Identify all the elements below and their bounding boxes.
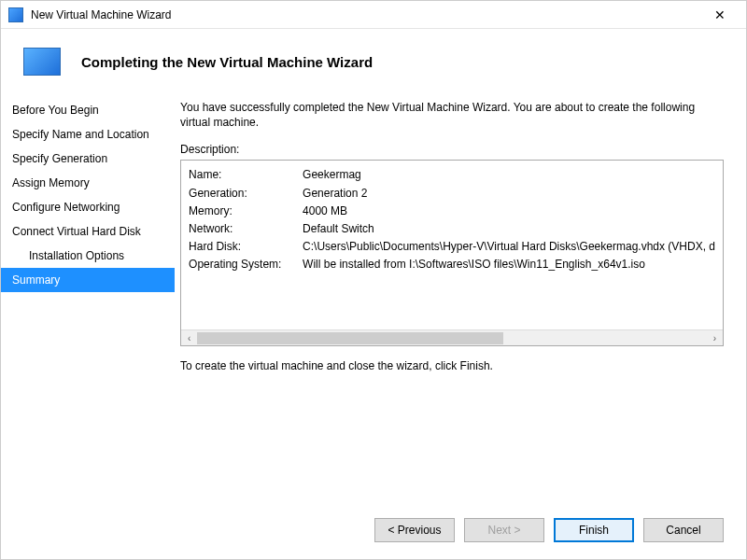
sidebar-item-installation-options[interactable]: Installation Options	[1, 244, 175, 268]
description-key: Network:	[189, 220, 303, 238]
sidebar-item-connect-virtual-hard-disk[interactable]: Connect Virtual Hard Disk	[1, 219, 175, 244]
description-key: Generation:	[189, 185, 303, 203]
description-value: 4000 MB	[303, 203, 715, 220]
titlebar: New Virtual Machine Wizard ✕	[1, 1, 746, 29]
wizard-window: New Virtual Machine Wizard ✕ Completing …	[1, 1, 746, 559]
description-value: Generation 2	[303, 185, 715, 203]
wizard-body: Before You BeginSpecify Name and Locatio…	[1, 92, 746, 494]
scroll-thumb[interactable]	[197, 332, 503, 344]
intro-text: You have successfully completed the New …	[180, 100, 724, 130]
close-icon[interactable]: ✕	[701, 2, 739, 28]
sidebar-item-configure-networking[interactable]: Configure Networking	[1, 195, 175, 219]
description-rows: Name:GeekermagGeneration:Generation 2Mem…	[189, 166, 715, 329]
description-row: Hard Disk:C:\Users\Public\Documents\Hype…	[189, 238, 715, 256]
description-row: Generation:Generation 2	[189, 185, 715, 203]
description-row: Network:Default Switch	[189, 220, 715, 238]
scroll-track[interactable]	[197, 330, 707, 345]
sidebar-item-specify-generation[interactable]: Specify Generation	[1, 147, 175, 171]
description-key: Operating System:	[189, 256, 303, 273]
wizard-header: Completing the New Virtual Machine Wizar…	[1, 29, 746, 92]
page-title: Completing the New Virtual Machine Wizar…	[81, 54, 373, 70]
description-label: Description:	[180, 143, 724, 156]
scroll-left-icon[interactable]: ‹	[181, 330, 197, 346]
description-key: Memory:	[189, 203, 303, 220]
description-key: Hard Disk:	[189, 238, 303, 256]
description-row: Memory:4000 MB	[189, 203, 715, 220]
description-value: Default Switch	[303, 220, 715, 238]
wizard-steps-sidebar: Before You BeginSpecify Name and Locatio…	[1, 92, 175, 494]
sidebar-item-summary[interactable]: Summary	[1, 268, 175, 292]
sidebar-item-before-you-begin[interactable]: Before You Begin	[1, 98, 175, 122]
previous-button[interactable]: < Previous	[374, 518, 455, 542]
description-box: Name:GeekermagGeneration:Generation 2Mem…	[180, 160, 724, 346]
wizard-footer: < Previous Next > Finish Cancel	[1, 505, 746, 559]
finish-button[interactable]: Finish	[554, 518, 634, 542]
window-title: New Virtual Machine Wizard	[31, 8, 701, 21]
description-value: Will be installed from I:\Softwares\ISO …	[303, 256, 715, 273]
horizontal-scrollbar[interactable]: ‹ ›	[181, 329, 723, 345]
sidebar-item-specify-name-and-location[interactable]: Specify Name and Location	[1, 122, 175, 147]
description-value: C:\Users\Public\Documents\Hyper-V\Virtua…	[303, 238, 715, 256]
finish-hint: To create the virtual machine and close …	[180, 359, 724, 372]
wizard-icon	[23, 48, 61, 76]
description-key: Name:	[189, 166, 303, 184]
sidebar-item-assign-memory[interactable]: Assign Memory	[1, 171, 175, 195]
scroll-right-icon[interactable]: ›	[707, 330, 723, 346]
next-button: Next >	[464, 518, 544, 542]
app-icon	[8, 7, 23, 22]
wizard-content: You have successfully completed the New …	[175, 92, 746, 494]
description-row: Name:Geekermag	[189, 166, 715, 184]
description-value: Geekermag	[303, 166, 715, 184]
cancel-button[interactable]: Cancel	[643, 518, 724, 542]
description-row: Operating System:Will be installed from …	[189, 256, 715, 273]
